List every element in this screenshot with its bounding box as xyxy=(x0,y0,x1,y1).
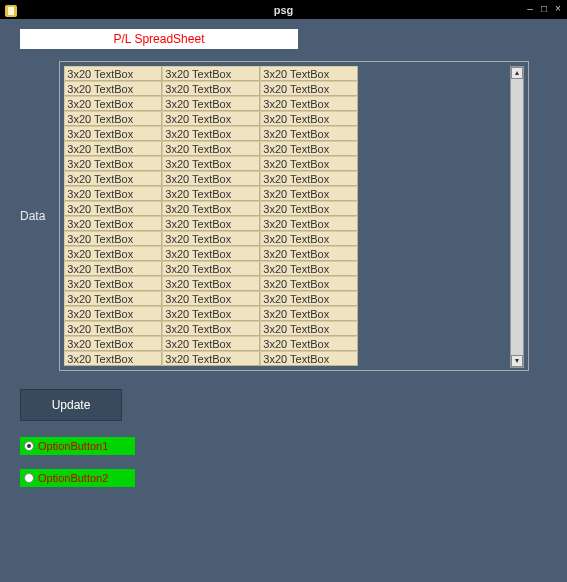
grid-cell[interactable]: 3x20 TextBox xyxy=(64,246,162,261)
grid-cell[interactable]: 3x20 TextBox xyxy=(260,261,358,276)
close-button[interactable]: × xyxy=(553,4,563,14)
grid-cell[interactable]: 3x20 TextBox xyxy=(64,306,162,321)
grid-cell[interactable]: 3x20 TextBox xyxy=(64,66,162,81)
grid-cell[interactable]: 3x20 TextBox xyxy=(64,291,162,306)
app-icon xyxy=(3,3,19,19)
grid-cell[interactable]: 3x20 TextBox xyxy=(64,96,162,111)
grid-cell[interactable]: 3x20 TextBox xyxy=(162,126,260,141)
grid-cell[interactable]: 3x20 TextBox xyxy=(64,201,162,216)
header-label-field[interactable]: P/L SpreadSheet xyxy=(20,29,298,49)
grid-cell[interactable]: 3x20 TextBox xyxy=(162,81,260,96)
grid-cell[interactable]: 3x20 TextBox xyxy=(162,171,260,186)
grid-cell[interactable]: 3x20 TextBox xyxy=(260,231,358,246)
grid-cell[interactable]: 3x20 TextBox xyxy=(64,261,162,276)
grid-cell[interactable]: 3x20 TextBox xyxy=(162,111,260,126)
radio-label: OptionButton2 xyxy=(38,472,108,484)
grid-cell[interactable]: 3x20 TextBox xyxy=(64,81,162,96)
grid-cell[interactable]: 3x20 TextBox xyxy=(64,351,162,366)
grid-cell[interactable]: 3x20 TextBox xyxy=(162,201,260,216)
grid-cell[interactable]: 3x20 TextBox xyxy=(64,276,162,291)
grid-cell[interactable]: 3x20 TextBox xyxy=(162,231,260,246)
scroll-down-arrow-icon[interactable]: ▾ xyxy=(511,355,523,367)
grid-cell[interactable]: 3x20 TextBox xyxy=(162,291,260,306)
minimize-button[interactable]: – xyxy=(525,4,535,14)
grid-cell[interactable]: 3x20 TextBox xyxy=(64,231,162,246)
radio-icon[interactable] xyxy=(24,441,34,451)
grid-cell[interactable]: 3x20 TextBox xyxy=(260,126,358,141)
grid-cell[interactable]: 3x20 TextBox xyxy=(64,156,162,171)
grid-cell[interactable]: 3x20 TextBox xyxy=(260,96,358,111)
vertical-scrollbar[interactable]: ▴ ▾ xyxy=(510,66,524,368)
client-area: P/L SpreadSheet Data 3x20 TextBox3x20 Te… xyxy=(0,19,567,579)
grid-cell[interactable]: 3x20 TextBox xyxy=(162,336,260,351)
maximize-button[interactable]: □ xyxy=(539,4,549,14)
grid-filler xyxy=(358,66,510,366)
grid-cell[interactable]: 3x20 TextBox xyxy=(162,261,260,276)
spreadsheet-frame: 3x20 TextBox3x20 TextBox3x20 TextBox3x20… xyxy=(59,61,529,371)
grid-cell[interactable]: 3x20 TextBox xyxy=(162,96,260,111)
grid-cell[interactable]: 3x20 TextBox xyxy=(260,216,358,231)
grid-cell[interactable]: 3x20 TextBox xyxy=(162,246,260,261)
grid-cell[interactable]: 3x20 TextBox xyxy=(260,201,358,216)
grid-cell[interactable]: 3x20 TextBox xyxy=(162,276,260,291)
grid-cell[interactable]: 3x20 TextBox xyxy=(162,321,260,336)
grid-cell[interactable]: 3x20 TextBox xyxy=(162,186,260,201)
grid-cell[interactable]: 3x20 TextBox xyxy=(64,321,162,336)
window-title: psg xyxy=(0,4,567,16)
radio-option-1[interactable]: OptionButton1 xyxy=(20,437,135,455)
grid-cell[interactable]: 3x20 TextBox xyxy=(260,66,358,81)
radio-icon[interactable] xyxy=(24,473,34,483)
grid-cell[interactable]: 3x20 TextBox xyxy=(260,156,358,171)
svg-rect-1 xyxy=(8,7,14,15)
grid-cell[interactable]: 3x20 TextBox xyxy=(260,321,358,336)
grid-cell[interactable]: 3x20 TextBox xyxy=(260,81,358,96)
grid-cell[interactable]: 3x20 TextBox xyxy=(64,216,162,231)
grid-cell[interactable]: 3x20 TextBox xyxy=(260,306,358,321)
window-controls: – □ × xyxy=(525,4,563,14)
grid-cell[interactable]: 3x20 TextBox xyxy=(162,66,260,81)
spreadsheet-grid: 3x20 TextBox3x20 TextBox3x20 TextBox3x20… xyxy=(64,66,358,368)
grid-cell[interactable]: 3x20 TextBox xyxy=(260,141,358,156)
grid-cell[interactable]: 3x20 TextBox xyxy=(260,186,358,201)
grid-cell[interactable]: 3x20 TextBox xyxy=(64,111,162,126)
window-titlebar: psg – □ × xyxy=(0,0,567,19)
grid-cell[interactable]: 3x20 TextBox xyxy=(162,141,260,156)
grid-cell[interactable]: 3x20 TextBox xyxy=(260,171,358,186)
grid-cell[interactable]: 3x20 TextBox xyxy=(64,336,162,351)
grid-cell[interactable]: 3x20 TextBox xyxy=(260,291,358,306)
data-area: Data 3x20 TextBox3x20 TextBox3x20 TextBo… xyxy=(20,61,567,371)
radio-option-2[interactable]: OptionButton2 xyxy=(20,469,135,487)
grid-cell[interactable]: 3x20 TextBox xyxy=(64,141,162,156)
grid-cell[interactable]: 3x20 TextBox xyxy=(260,111,358,126)
update-button[interactable]: Update xyxy=(20,389,122,421)
grid-cell[interactable]: 3x20 TextBox xyxy=(260,276,358,291)
grid-cell[interactable]: 3x20 TextBox xyxy=(260,351,358,366)
radio-label: OptionButton1 xyxy=(38,440,108,452)
grid-cell[interactable]: 3x20 TextBox xyxy=(64,171,162,186)
grid-cell[interactable]: 3x20 TextBox xyxy=(260,246,358,261)
grid-cell[interactable]: 3x20 TextBox xyxy=(260,336,358,351)
grid-cell[interactable]: 3x20 TextBox xyxy=(162,351,260,366)
grid-cell[interactable]: 3x20 TextBox xyxy=(162,156,260,171)
grid-cell[interactable]: 3x20 TextBox xyxy=(162,216,260,231)
scroll-up-arrow-icon[interactable]: ▴ xyxy=(511,67,523,79)
grid-cell[interactable]: 3x20 TextBox xyxy=(162,306,260,321)
data-label: Data xyxy=(20,209,45,223)
grid-cell[interactable]: 3x20 TextBox xyxy=(64,186,162,201)
grid-cell[interactable]: 3x20 TextBox xyxy=(64,126,162,141)
